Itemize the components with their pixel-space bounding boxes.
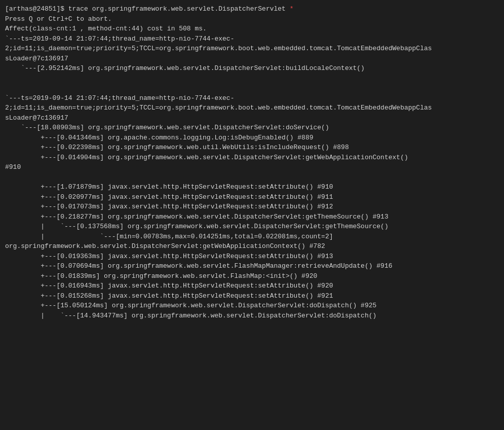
terminal-line-15: +---[0.022398ms] org.springframework.web… <box>5 142 499 153</box>
terminal-line-17: #910 <box>5 162 499 172</box>
terminal-line-8 <box>5 74 499 84</box>
terminal-line-2: Press Q or Ctrl+C to abort. <box>5 14 499 24</box>
asterisk-highlight: * <box>290 5 294 13</box>
terminal-line-5: 2;id=11;is_daemon=true;priority=5;TCCL=o… <box>5 44 499 54</box>
terminal-line-24: | `---[min=0.00783ms,max=0.014251ms,tota… <box>5 232 499 242</box>
terminal-line-32: | `---[14.943477ms] org.springframework.… <box>5 311 499 321</box>
terminal-line-1: [arthas@24851]$ trace org.springframewor… <box>5 4 499 14</box>
terminal-line-31: +---[15.050124ms] org.springframework.we… <box>5 301 499 311</box>
prompt: [arthas@24851]$ trace org.springframewor… <box>5 5 290 13</box>
terminal-line-6: sLoader@7c136917 <box>5 54 499 64</box>
terminal-line-18 <box>5 172 499 183</box>
terminal-output: [arthas@24851]$ trace org.springframewor… <box>5 4 499 320</box>
terminal-line-9 <box>5 83 499 93</box>
terminal-line-26: +---[0.019363ms] javax.servlet.http.Http… <box>5 252 499 262</box>
terminal-line-22: +---[0.218277ms] org.springframework.web… <box>5 212 499 222</box>
terminal-line-11: 2;id=11;is_daemon=true;priority=5;TCCL=o… <box>5 103 499 113</box>
terminal-line-25: org.springframework.web.servlet.Dispatch… <box>5 241 499 252</box>
terminal-line-27: +---[0.070694ms] org.springframework.web… <box>5 261 499 271</box>
terminal-line-16: +---[0.014904ms] org.springframework.web… <box>5 153 499 163</box>
terminal-line-23: | `---[0.137568ms] org.springframework.w… <box>5 222 499 232</box>
terminal-line-13: `---[18.08903ms] org.springframework.web… <box>5 123 499 133</box>
terminal-line-10: `---ts=2019-09-14 21:07:44;thread_name=h… <box>5 93 499 103</box>
terminal-line-29: +---[0.016943ms] javax.servlet.http.Http… <box>5 281 499 291</box>
terminal-line-30: +---[0.015268ms] javax.servlet.http.Http… <box>5 291 499 301</box>
press-label: Press Q or Ctrl+C to abort. <box>5 15 112 23</box>
terminal-line-20: +---[0.020977ms] javax.servlet.http.Http… <box>5 192 499 202</box>
terminal-line-3: Affect(class-cnt:1 , method-cnt:44) cost… <box>5 24 499 34</box>
terminal-line-12: sLoader@7c136917 <box>5 113 499 123</box>
terminal-line-4: `---ts=2019-09-14 21:07:44;thread_name=h… <box>5 34 499 44</box>
terminal-line-21: +---[0.017073ms] javax.servlet.http.Http… <box>5 202 499 212</box>
terminal-line-7: `---[2.952142ms] org.springframework.web… <box>5 63 499 74</box>
terminal-line-19: +---[1.071879ms] javax.servlet.http.Http… <box>5 182 499 192</box>
terminal-line-28: +---[0.01839ms] org.springframework.web.… <box>5 271 499 281</box>
terminal-line-14: +---[0.041346ms] org.apache.commons.logg… <box>5 133 499 143</box>
